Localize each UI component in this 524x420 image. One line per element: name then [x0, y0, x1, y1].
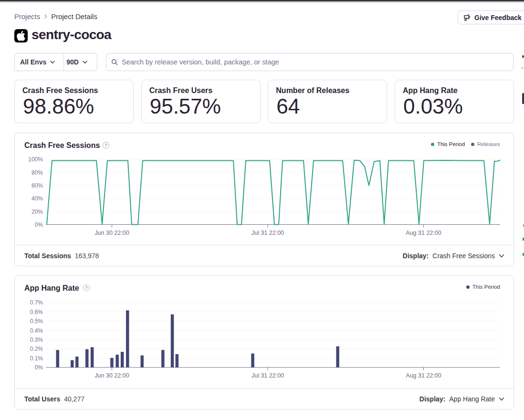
svg-text:100%: 100% — [28, 156, 43, 163]
svg-text:0%: 0% — [35, 221, 43, 228]
svg-text:Aug 31 22:00: Aug 31 22:00 — [406, 372, 441, 379]
svg-text:20%: 20% — [31, 209, 43, 215]
svg-text:0.4%: 0.4% — [30, 327, 43, 334]
svg-text:0.6%: 0.6% — [30, 309, 43, 315]
svg-text:Jul 31 22:00: Jul 31 22:00 — [252, 230, 284, 236]
svg-text:60%: 60% — [31, 182, 43, 189]
svg-text:Jun 30 22:00: Jun 30 22:00 — [94, 230, 129, 236]
svg-text:40%: 40% — [31, 195, 43, 202]
svg-text:80%: 80% — [31, 169, 43, 176]
svg-text:0.1%: 0.1% — [30, 355, 43, 362]
svg-text:0%: 0% — [35, 364, 43, 371]
svg-text:Aug 31 22:00: Aug 31 22:00 — [406, 230, 441, 236]
svg-text:0.3%: 0.3% — [30, 336, 43, 343]
svg-text:0.7%: 0.7% — [30, 299, 43, 306]
svg-text:0.2%: 0.2% — [30, 346, 43, 352]
svg-text:Jul 31 22:00: Jul 31 22:00 — [252, 372, 284, 379]
svg-text:Jun 30 22:00: Jun 30 22:00 — [94, 372, 129, 379]
svg-text:0.5%: 0.5% — [30, 318, 43, 325]
